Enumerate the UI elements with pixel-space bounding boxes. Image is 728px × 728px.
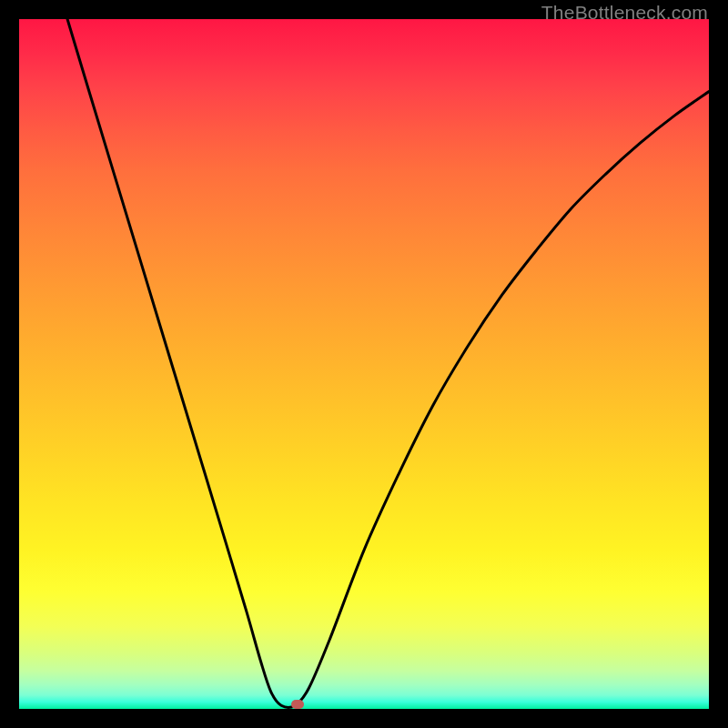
optimal-point-marker: [291, 700, 304, 709]
chart-plot-area: [19, 19, 709, 709]
bottleneck-curve-line: [67, 19, 709, 707]
attribution-watermark: TheBottleneck.com: [541, 2, 708, 24]
chart-curve-svg: [19, 19, 709, 709]
